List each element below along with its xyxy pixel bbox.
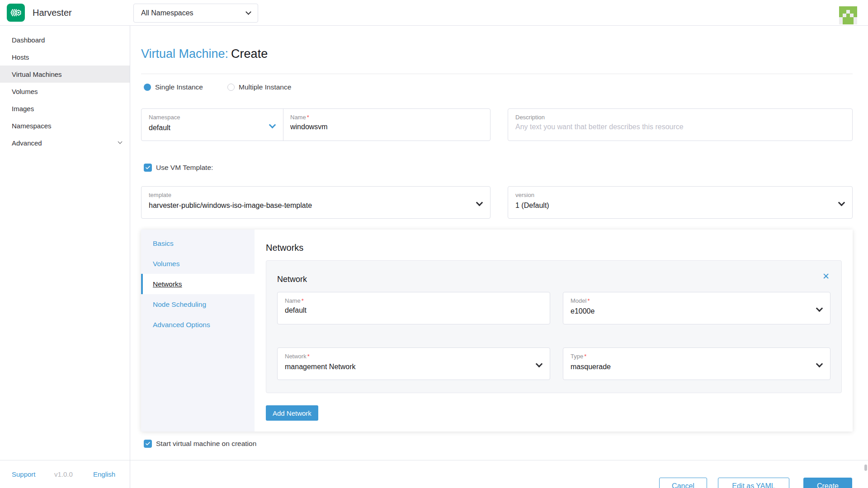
tab-volumes[interactable]: Volumes xyxy=(141,253,255,274)
checkbox-checked-icon xyxy=(144,440,152,448)
chevron-down-icon xyxy=(269,122,276,129)
template-value: harvester-public/windows-iso-image-base-… xyxy=(149,202,312,210)
top-bar: Harvester All Namespaces xyxy=(0,0,868,26)
required-asterisk: * xyxy=(302,297,304,304)
chevron-down-icon xyxy=(816,361,823,368)
user-avatar[interactable] xyxy=(839,6,857,24)
close-icon[interactable]: ✕ xyxy=(822,272,830,281)
namespace-filter-select[interactable]: All Namespaces xyxy=(133,4,258,23)
chevron-down-icon xyxy=(838,199,845,206)
network-type-value: masquerade xyxy=(571,363,611,371)
version-label: v1.0.0 xyxy=(54,470,73,478)
required-asterisk: * xyxy=(587,297,590,304)
chevron-down-icon xyxy=(536,361,543,368)
add-network-button[interactable]: Add Network xyxy=(266,405,318,421)
network-model-select[interactable]: Model* e1000e xyxy=(563,292,830,324)
title-divider xyxy=(141,74,853,74)
support-link[interactable]: Support xyxy=(12,470,36,478)
chevron-down-icon xyxy=(476,199,483,206)
sidebar-divider xyxy=(130,26,130,488)
config-tab-strip: Basics Volumes Networks Node Scheduling … xyxy=(141,230,255,432)
harvester-logo-icon xyxy=(7,4,25,22)
version-select[interactable]: version 1 (Default) xyxy=(508,186,853,219)
namespace-select[interactable]: Namespace default xyxy=(142,109,283,141)
tab-node-scheduling[interactable]: Node Scheduling xyxy=(141,294,255,314)
vm-name-field: Name* xyxy=(283,109,490,141)
sidebar-item-advanced[interactable]: Advanced xyxy=(0,134,130,151)
network-type-select[interactable]: Type* masquerade xyxy=(563,347,830,380)
networks-tab-panel: Networks Network ✕ Name* Model* e1000e N… xyxy=(255,230,853,432)
instance-mode-radios: Single Instance Multiple Instance xyxy=(144,83,291,91)
description-input[interactable] xyxy=(515,123,845,131)
chevron-down-icon xyxy=(245,9,251,15)
network-card: Network ✕ Name* Model* e1000e Network* m… xyxy=(266,260,842,393)
required-asterisk: * xyxy=(307,114,309,121)
network-model-value: e1000e xyxy=(571,307,594,315)
chevron-down-icon xyxy=(816,305,823,312)
sidebar-item-namespaces[interactable]: Namespaces xyxy=(0,117,130,134)
network-name-input[interactable] xyxy=(285,306,542,314)
network-name-field: Name* xyxy=(277,292,550,324)
namespace-value: default xyxy=(149,124,170,132)
networks-heading: Networks xyxy=(266,243,303,253)
network-card-heading: Network xyxy=(277,275,307,284)
main-content: Virtual Machine:Create Single Instance M… xyxy=(130,26,868,460)
create-button[interactable]: Create xyxy=(803,478,852,488)
required-asterisk: * xyxy=(584,353,586,360)
sidebar-item-virtual-machines[interactable]: Virtual Machines xyxy=(0,66,130,83)
vm-name-input[interactable] xyxy=(290,123,483,131)
radio-multiple-instance[interactable]: Multiple Instance xyxy=(227,83,291,91)
version-value: 1 (Default) xyxy=(515,202,549,210)
vm-config-section: Basics Volumes Networks Node Scheduling … xyxy=(141,230,853,432)
cancel-button[interactable]: Cancel xyxy=(659,478,707,488)
sidebar-item-dashboard[interactable]: Dashboard xyxy=(0,31,130,48)
namespace-name-group: Namespace default Name* xyxy=(141,108,491,141)
template-select[interactable]: template harvester-public/windows-iso-im… xyxy=(141,186,491,219)
sidebar-nav: Dashboard Hosts Virtual Machines Volumes… xyxy=(0,26,130,488)
start-on-creation-checkbox[interactable]: Start virtual machine on creation xyxy=(144,440,256,448)
network-network-value: management Network xyxy=(285,363,356,371)
sidebar-item-images[interactable]: Images xyxy=(0,100,130,117)
required-asterisk: * xyxy=(307,353,310,360)
edit-as-yaml-button[interactable]: Edit as YAML xyxy=(718,478,789,488)
radio-unselected-icon xyxy=(227,84,235,91)
scrollbar-thumb[interactable] xyxy=(864,465,867,471)
page-title-action: Create xyxy=(231,47,268,61)
tab-networks[interactable]: Networks xyxy=(141,274,255,294)
description-field: Description xyxy=(508,108,853,141)
namespace-filter-value: All Namespaces xyxy=(141,9,193,17)
language-link[interactable]: English xyxy=(93,470,115,478)
tab-basics[interactable]: Basics xyxy=(141,233,255,253)
page-title: Virtual Machine:Create xyxy=(141,47,268,61)
page-footer: Support v1.0.0 English Cancel Edit as YA… xyxy=(0,460,868,488)
chevron-down-icon xyxy=(118,140,123,144)
use-vm-template-checkbox[interactable]: Use VM Template: xyxy=(144,164,213,172)
radio-selected-icon xyxy=(144,84,151,91)
sidebar-item-hosts[interactable]: Hosts xyxy=(0,48,130,66)
radio-single-instance[interactable]: Single Instance xyxy=(144,83,203,91)
tab-advanced-options[interactable]: Advanced Options xyxy=(141,314,255,335)
page-title-resource: Virtual Machine: xyxy=(141,47,228,61)
sidebar-item-volumes[interactable]: Volumes xyxy=(0,83,130,100)
network-network-select[interactable]: Network* management Network xyxy=(277,347,550,380)
app-title: Harvester xyxy=(33,8,72,18)
checkbox-checked-icon xyxy=(144,164,152,172)
